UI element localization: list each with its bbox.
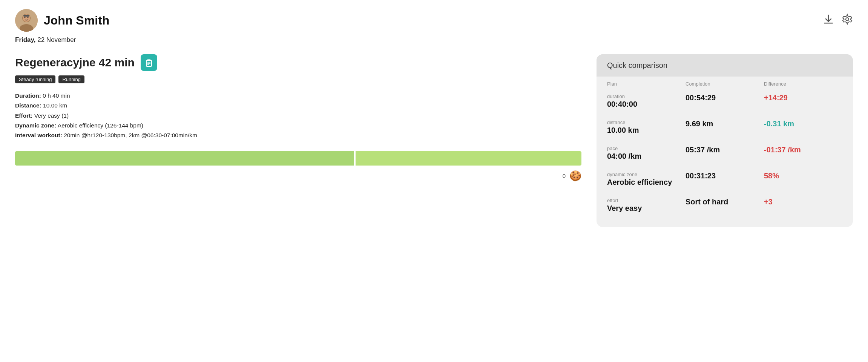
qc-cell-effort-completion: Sort of hard [686, 198, 764, 213]
avatar [15, 9, 38, 32]
cookie-icon: 🍪 [569, 170, 581, 182]
main-layout: Regeneracyjne 42 min Steady running Runn… [15, 54, 853, 227]
svg-point-4 [25, 17, 26, 18]
bar-segment-2 [356, 151, 581, 166]
interval-label: Interval workout: [15, 132, 62, 138]
qc-cell-dz-diff: 58% [764, 172, 842, 187]
qc-cell-effort-diff: +3 [764, 198, 842, 213]
page-header: John Smith [15, 9, 853, 32]
qc-cell-duration-completion: 00:54:29 [686, 94, 764, 109]
duration-value: 0 h 40 min [43, 92, 70, 99]
user-info: John Smith [15, 9, 109, 32]
qc-cell-pace-completion: 05:37 /km [686, 146, 764, 161]
qc-column-headers: Plan Completion Difference [597, 77, 853, 88]
settings-icon[interactable] [842, 14, 853, 28]
qc-diff-duration: +14:29 [764, 94, 842, 102]
qc-cell-distance-plan: distance 10.00 km [607, 120, 686, 135]
qc-cell-dz-plan: dynamic zone Aerobic efficiency [607, 172, 686, 187]
quick-comparison-panel: Quick comparison Plan Completion Differe… [597, 54, 853, 227]
stat-dynamic-zone: Dynamic zone: Aerobic efficiency (126-14… [15, 121, 581, 130]
dynamic-zone-label: Dynamic zone: [15, 122, 56, 129]
svg-rect-6 [23, 15, 29, 17]
left-panel: Regeneracyjne 42 min Steady running Runn… [15, 54, 581, 188]
qc-row-effort: effort Very easy Sort of hard +3 [607, 192, 842, 218]
qc-plan-distance: 10.00 km [607, 126, 686, 135]
qc-completion-distance: 9.69 km [686, 120, 764, 128]
qc-cell-dz-completion: 00:31:23 [686, 172, 764, 187]
dynamic-zone-value: Aerobic efficiency (126-144 bpm) [58, 122, 143, 129]
qc-label-pace: pace [607, 146, 686, 151]
date-line: Friday, 22 November [15, 36, 853, 44]
workout-title: Regeneracyjne 42 min [15, 56, 135, 69]
stat-interval: Interval workout: 20min @hr120-130bpm, 2… [15, 130, 581, 140]
svg-point-5 [28, 17, 29, 18]
svg-point-8 [846, 18, 849, 21]
qc-row-pace: pace 04:00 /km 05:37 /km -01:37 /km [607, 140, 842, 166]
qc-label-distance: distance [607, 120, 686, 125]
qc-label-dz: dynamic zone [607, 172, 686, 177]
date-value: 22 November [37, 36, 76, 43]
bar-footer: 0 🍪 [15, 170, 581, 182]
date-prefix: Friday, [15, 36, 35, 43]
qc-plan-duration: 00:40:00 [607, 100, 686, 109]
bar-track [15, 151, 581, 166]
qc-completion-effort: Sort of hard [686, 198, 764, 206]
stat-effort: Effort: Very easy (1) [15, 111, 581, 121]
qc-plan-dz: Aerobic efficiency [607, 178, 686, 187]
bar-area: 0 🍪 [15, 151, 581, 182]
qc-diff-pace: -01:37 /km [764, 146, 842, 154]
stat-distance: Distance: 10.00 km [15, 101, 581, 110]
qc-cell-effort-plan: effort Very easy [607, 198, 686, 213]
tag-running[interactable]: Running [58, 75, 84, 83]
col-plan: Plan [607, 81, 686, 87]
interval-value: 20min @hr120-130bpm, 2km @06:30-07:00min… [64, 132, 197, 138]
qc-label-duration: duration [607, 94, 686, 99]
workout-title-row: Regeneracyjne 42 min [15, 54, 581, 71]
qc-row-duration: duration 00:40:00 00:54:29 +14:29 [607, 88, 842, 114]
qc-diff-dz: 58% [764, 172, 842, 180]
download-icon[interactable] [823, 14, 834, 28]
distance-label: Distance: [15, 102, 41, 109]
qc-plan-effort: Very easy [607, 204, 686, 213]
qc-cell-distance-completion: 9.69 km [686, 120, 764, 135]
svg-rect-7 [824, 23, 833, 24]
qc-cell-duration-plan: duration 00:40:00 [607, 94, 686, 109]
qc-cell-duration-diff: +14:29 [764, 94, 842, 109]
user-name: John Smith [44, 14, 109, 28]
clipboard-icon[interactable] [141, 54, 157, 71]
workout-stats: Duration: 0 h 40 min Distance: 10.00 km … [15, 91, 581, 141]
col-completion: Completion [686, 81, 764, 87]
qc-row-distance: distance 10.00 km 9.69 km -0.31 km [607, 114, 842, 140]
col-difference: Difference [764, 81, 842, 87]
effort-label: Effort: [15, 112, 33, 119]
qc-completion-pace: 05:37 /km [686, 146, 764, 154]
quick-comparison-title: Quick comparison [597, 54, 853, 77]
bar-count: 0 [563, 173, 566, 179]
header-actions [823, 14, 853, 28]
qc-plan-pace: 04:00 /km [607, 152, 686, 161]
qc-cell-pace-diff: -01:37 /km [764, 146, 842, 161]
effort-value: Very easy (1) [34, 112, 69, 119]
qc-diff-distance: -0.31 km [764, 120, 842, 128]
qc-row-dynamic-zone: dynamic zone Aerobic efficiency 00:31:23… [607, 166, 842, 192]
qc-completion-duration: 00:54:29 [686, 94, 764, 102]
stat-duration: Duration: 0 h 40 min [15, 91, 581, 101]
qc-completion-dz: 00:31:23 [686, 172, 764, 180]
tags: Steady running Running [15, 75, 581, 83]
qc-diff-effort: +3 [764, 198, 842, 206]
qc-rows: duration 00:40:00 00:54:29 +14:29 distan… [597, 88, 853, 227]
tag-steady-running[interactable]: Steady running [15, 75, 55, 83]
qc-label-effort: effort [607, 198, 686, 203]
qc-cell-pace-plan: pace 04:00 /km [607, 146, 686, 161]
distance-value: 10.00 km [43, 102, 67, 109]
bar-segment-1 [15, 151, 354, 166]
duration-label: Duration: [15, 92, 41, 99]
qc-cell-distance-diff: -0.31 km [764, 120, 842, 135]
